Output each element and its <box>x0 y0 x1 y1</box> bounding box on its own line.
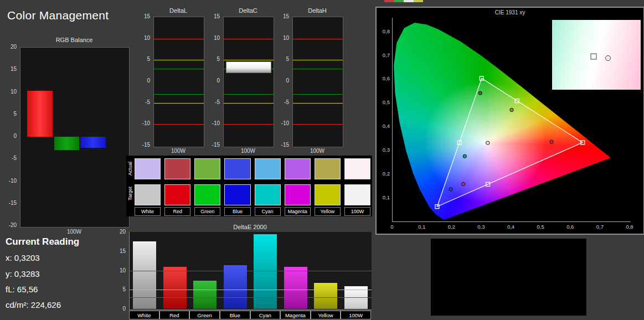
delta-h-title: DeltaH <box>292 7 342 14</box>
axis-tick-label: 10 <box>112 268 126 273</box>
measured-marker-cyan <box>463 154 466 158</box>
inset-target-marker <box>591 53 597 59</box>
measured-marker-yellow <box>510 108 513 111</box>
screen-edge-fragment <box>384 0 423 2</box>
fragment-swatch <box>394 0 404 2</box>
pattern-preview-panel <box>431 239 586 316</box>
swatch-actual-100w <box>344 158 370 179</box>
reference-line <box>130 297 372 298</box>
axis-tick-label: 10 <box>3 89 17 95</box>
axis-tick-label: 15 <box>207 14 220 19</box>
reference-line <box>130 271 372 271</box>
inset-measured-marker <box>605 55 611 61</box>
axis-tick-label: 0,1 <box>383 194 390 200</box>
delta-l-y-axis: 151050-5-10-15 <box>136 17 151 146</box>
reference-line <box>293 124 343 125</box>
cie-y-axis: 0,10,20,30,40,50,60,70,8 <box>378 18 391 221</box>
cie-x-axis: 00,10,20,30,40,50,60,70,8 <box>392 223 630 231</box>
axis-tick-label: 0,3 <box>383 147 390 153</box>
swatch-column: Blue <box>224 158 250 216</box>
measured-marker-white <box>486 141 490 144</box>
swatch-actual-magenta <box>285 158 311 179</box>
delta-c-y-axis: 151050-5-10-15 <box>205 17 221 146</box>
reference-line <box>224 103 274 104</box>
axis-tick-label: 0,8 <box>383 28 390 34</box>
cie-diagram-title: CIE 1931 xy <box>377 9 643 16</box>
reference-line <box>224 124 274 125</box>
reference-line <box>224 60 274 60</box>
axis-tick-label: 15 <box>112 249 126 254</box>
axis-tick-label: -15 <box>3 200 17 206</box>
reference-line <box>293 39 343 39</box>
swatch-target-red <box>164 184 190 205</box>
axis-tick-label: 0,3 <box>477 224 485 230</box>
swatch-label: Red <box>164 207 190 216</box>
axis-tick-label: -20 <box>3 223 17 228</box>
axis-tick-label: 0 <box>276 78 289 84</box>
deltae-category-label: Yellow <box>311 311 341 319</box>
delta-measure-bar <box>226 61 271 73</box>
deltae-category-label: White <box>129 311 159 319</box>
delta-e-category-labels: WhiteRedGreenBlueCyanMagentaYellow100W <box>129 311 371 319</box>
swatch-column: 100W <box>344 158 370 216</box>
axis-tick-label: 0,4 <box>383 123 390 129</box>
swatch-actual-yellow <box>315 158 341 179</box>
swatch-column: Green <box>194 158 220 216</box>
swatch-column: Cyan <box>255 158 281 216</box>
axis-tick-label: 0,1 <box>418 224 425 230</box>
reference-line <box>154 103 204 104</box>
axis-tick-label: 0,2 <box>383 171 390 177</box>
delta-e-y-axis: 20151050 <box>111 232 127 309</box>
reading-fl: fL: 65,56 <box>6 285 38 294</box>
axis-tick-label: 15 <box>137 14 150 19</box>
measured-marker-red <box>550 140 553 143</box>
deltae-category-label: Cyan <box>250 311 281 319</box>
axis-tick-label: 0,4 <box>507 224 514 230</box>
axis-tick-label: 0,8 <box>626 224 633 230</box>
fragment-swatch <box>384 0 394 2</box>
deltae-category-label: 100W <box>341 311 371 319</box>
deltae-category-label: Red <box>159 311 190 319</box>
axis-tick-label: -10 <box>137 121 150 126</box>
swatch-label: Magenta <box>285 207 311 216</box>
delta-l-title: DeltaL <box>153 7 203 14</box>
swatch-columns: WhiteRedGreenBlueCyanMagentaYellow100W <box>135 158 370 216</box>
swatch-target-magenta <box>285 184 311 205</box>
swatch-row-label-actual: Actual <box>127 158 133 178</box>
rgb-bar-blue <box>80 137 106 148</box>
deltae-bar-blue <box>224 265 247 309</box>
fragment-swatch <box>414 0 424 2</box>
reference-line <box>293 60 343 60</box>
reading-cdm2: cd/m²: 224,626 <box>6 300 61 309</box>
rgb-bar-red <box>27 91 53 137</box>
axis-tick-label: 5 <box>137 56 150 62</box>
axis-tick-label: 15 <box>276 14 289 19</box>
fragment-swatch <box>404 0 414 2</box>
axis-tick-label: 15 <box>3 66 17 72</box>
delta-c-x-label: 100W <box>223 148 273 154</box>
swatch-label: White <box>135 207 161 216</box>
reference-line <box>224 39 274 39</box>
reference-line <box>293 103 343 104</box>
swatch-target-green <box>194 184 220 205</box>
current-reading-heading: Current Reading <box>6 236 79 247</box>
swatch-column: Magenta <box>285 158 311 216</box>
swatch-row-label-target: Target <box>127 183 133 203</box>
swatch-actual-blue <box>224 158 250 179</box>
swatch-actual-green <box>194 158 220 179</box>
swatch-label: Cyan <box>255 207 281 216</box>
reference-line <box>154 124 204 125</box>
axis-tick-label: -10 <box>276 121 289 126</box>
reading-y: y: 0,3283 <box>6 269 40 278</box>
axis-tick-label: 0 <box>137 78 150 84</box>
delta-h-plot <box>292 17 343 147</box>
gamut-target-triangle <box>437 79 583 207</box>
deltae-bar-white <box>133 241 156 309</box>
axis-tick-label: -15 <box>207 142 220 148</box>
rgb-balance-title: RGB Balance <box>20 37 128 43</box>
delta-e-plot <box>129 232 372 310</box>
reference-line <box>154 94 204 95</box>
axis-tick-label: 0,7 <box>596 224 604 230</box>
axis-tick-label: 0,2 <box>448 224 455 230</box>
axis-tick-label: 0,6 <box>566 224 574 230</box>
